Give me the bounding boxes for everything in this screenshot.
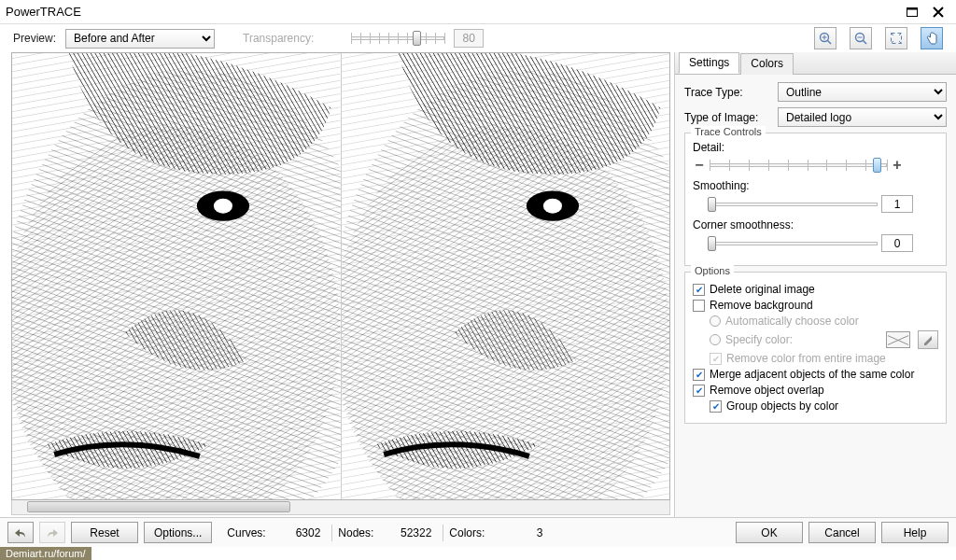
maximize-button[interactable] [900, 4, 924, 21]
trace-type-label: Trace Type: [684, 86, 778, 99]
transparency-label: Transparency: [243, 32, 314, 45]
delete-original-option[interactable]: ✔ Delete original image [693, 283, 938, 296]
group-by-color-option[interactable]: ✔ Group objects by color [710, 399, 938, 413]
preview-area [0, 52, 674, 517]
after-image-pane[interactable] [342, 53, 670, 499]
trace-controls-legend: Trace Controls [691, 126, 766, 137]
content-area: Settings Colors Trace Type: Outline Type… [0, 52, 956, 517]
smoothing-label: Smoothing: [693, 179, 938, 192]
tab-settings[interactable]: Settings [679, 52, 739, 74]
help-button[interactable]: Help [881, 522, 949, 543]
corner-smoothness-value[interactable]: 0 [881, 234, 913, 252]
color-swatch [886, 331, 910, 348]
corner-smoothness-label: Corner smoothness: [693, 218, 938, 231]
colors-label: Colors: [449, 526, 496, 539]
checkbox-icon: ✔ [693, 284, 705, 296]
radio-icon [710, 315, 721, 327]
checkbox-icon: ✔ [710, 353, 722, 365]
transparency-value: 80 [454, 29, 484, 48]
checkbox-icon: ✔ [693, 369, 705, 381]
footer-bar: Reset Options... Curves: 6302 Nodes: 523… [0, 517, 956, 547]
cancel-button[interactable]: Cancel [808, 522, 876, 543]
title-bar: PowerTRACE [0, 0, 956, 24]
detail-minus-icon[interactable]: − [693, 159, 706, 172]
preview-box [11, 52, 670, 500]
ok-button[interactable]: OK [736, 522, 803, 543]
trace-controls-group: Trace Controls Detail: − + Smoothing [684, 133, 947, 266]
side-panel: Settings Colors Trace Type: Outline Type… [674, 52, 956, 517]
zoom-in-button[interactable] [814, 27, 836, 49]
eyedropper-button [918, 330, 938, 349]
merge-adjacent-option[interactable]: ✔ Merge adjacent objects of the same col… [693, 368, 938, 381]
auto-choose-color-option: Automatically choose color [710, 315, 938, 328]
detail-plus-icon[interactable]: + [891, 159, 904, 172]
pan-button[interactable] [921, 27, 943, 49]
detail-label: Detail: [693, 141, 938, 154]
svg-line-3 [827, 40, 831, 44]
options-group: Options ✔ Delete original image Remove b… [684, 272, 947, 424]
remove-color-entire-option: ✔ Remove color from entire image [710, 352, 938, 365]
detail-slider[interactable] [710, 157, 887, 174]
top-toolbar: Preview: Before and After Transparency: … [0, 24, 956, 52]
checkbox-icon [693, 300, 705, 312]
options-legend: Options [691, 265, 734, 276]
nodes-value: 52322 [390, 526, 437, 539]
preview-select[interactable]: Before and After [65, 29, 215, 49]
remove-overlap-option[interactable]: ✔ Remove object overlap [693, 384, 938, 397]
redo-button[interactable] [39, 522, 65, 543]
nodes-label: Nodes: [338, 526, 385, 539]
specify-color-option: Specify color: [710, 330, 938, 349]
svg-line-7 [863, 40, 866, 44]
zoom-fit-button[interactable] [885, 27, 907, 49]
options-button[interactable]: Options... [144, 522, 212, 543]
checkbox-icon: ✔ [710, 400, 722, 413]
checkbox-icon: ✔ [693, 385, 705, 397]
window-title: PowerTRACE [6, 5, 898, 19]
watermark: Demiart.ru/forum/ [0, 547, 91, 560]
colors-value: 3 [501, 526, 548, 539]
close-button[interactable] [926, 4, 950, 21]
remove-background-option[interactable]: Remove background [693, 299, 938, 312]
tab-colors[interactable]: Colors [740, 53, 794, 75]
preview-label: Preview: [13, 32, 56, 45]
svg-point-15 [214, 199, 232, 214]
smoothing-value[interactable]: 1 [881, 195, 913, 213]
smoothing-slider[interactable] [710, 196, 878, 213]
svg-rect-1 [907, 7, 918, 9]
type-of-image-select[interactable]: Detailed logo [778, 107, 947, 127]
curves-value: 6302 [279, 526, 326, 539]
radio-icon [710, 334, 721, 345]
corner-smoothness-slider[interactable] [710, 235, 878, 252]
trace-type-select[interactable]: Outline [778, 82, 947, 102]
transparency-slider[interactable] [351, 30, 444, 47]
settings-panel: Trace Type: Outline Type of Image: Detai… [675, 75, 956, 431]
horizontal-scrollbar[interactable] [11, 500, 670, 515]
trace-stats: Curves: 6302 Nodes: 52322 Colors: 3 [227, 525, 730, 541]
type-of-image-label: Type of Image: [684, 111, 778, 124]
svg-point-21 [542, 199, 561, 214]
panel-tabs: Settings Colors [675, 52, 956, 75]
undo-button[interactable] [7, 522, 34, 543]
curves-label: Curves: [227, 526, 274, 539]
before-image-pane[interactable] [12, 53, 342, 499]
zoom-out-button[interactable] [850, 27, 872, 49]
reset-button[interactable]: Reset [71, 522, 138, 543]
